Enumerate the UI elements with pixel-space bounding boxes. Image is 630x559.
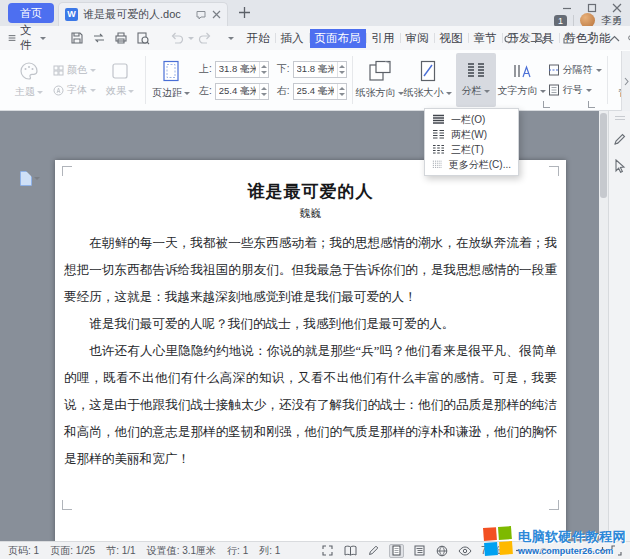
- tab-view[interactable]: 视图: [435, 29, 468, 48]
- effects-button[interactable]: 效果: [100, 53, 140, 107]
- comment-icon[interactable]: [195, 9, 207, 21]
- margin-right-field[interactable]: [293, 83, 347, 100]
- toolbar-grip-icon: [615, 116, 625, 120]
- tab-page-layout[interactable]: 页面布局: [310, 29, 366, 48]
- dialog-launcher-icon[interactable]: [543, 101, 550, 108]
- print-icon[interactable]: [114, 31, 128, 45]
- tab-references[interactable]: 引用: [367, 29, 400, 48]
- vertical-scrollbar[interactable]: [599, 111, 608, 541]
- site-url: www.computer26.com: [518, 546, 626, 556]
- book-view-icon[interactable]: [343, 544, 358, 558]
- document-title: 谁是最可爱的人: [55, 180, 566, 203]
- status-setting-value: 设置值: 3.1厘米: [147, 544, 216, 558]
- redo-icon[interactable]: [198, 32, 212, 44]
- save-icon[interactable]: [70, 31, 84, 45]
- menubar-right-icons: [504, 26, 620, 50]
- notification-badge[interactable]: 1: [554, 15, 567, 27]
- upload-share-icon[interactable]: [562, 32, 575, 45]
- site-name: 电脑软硬件教程网: [518, 528, 626, 546]
- tab-start[interactable]: 开始: [242, 29, 275, 48]
- paragraph-doc-icon[interactable]: [20, 171, 40, 186]
- file-menu[interactable]: 文件: [8, 23, 46, 53]
- toolbar-more-caret-icon[interactable]: [228, 37, 234, 40]
- paragraph: 在朝鲜的每一天，我都被一些东西感动着；我的思想感情的潮水，在放纵奔流着；我想把一…: [64, 230, 557, 311]
- margin-left-field[interactable]: [215, 83, 269, 100]
- stepper-icon[interactable]: [337, 84, 345, 99]
- ribbon: 主题 颜色 字体 效果 页边距 上: 下: 左: [0, 50, 630, 111]
- line-numbers-icon: [548, 84, 560, 96]
- margin-left-label: 左:: [199, 84, 212, 98]
- minimize-icon[interactable]: [562, 3, 572, 13]
- edit-pen-icon[interactable]: [613, 133, 626, 146]
- output-convert-icon[interactable]: [92, 31, 106, 45]
- breaks-icon: [548, 64, 560, 76]
- paper-size-button[interactable]: 纸张大小: [406, 53, 450, 107]
- page-view-icon[interactable]: [389, 544, 404, 558]
- outline-view-icon[interactable]: [412, 544, 427, 558]
- write-mode-icon[interactable]: [366, 544, 381, 558]
- stepper-icon[interactable]: [259, 84, 267, 99]
- stepper-icon[interactable]: [337, 62, 345, 77]
- side-toolbar: [608, 111, 630, 541]
- ribbon-scroll-right[interactable]: [621, 51, 630, 111]
- scrollbar-thumb[interactable]: [600, 113, 607, 198]
- stepper-icon[interactable]: [259, 62, 267, 77]
- text-direction-button[interactable]: 文字方向: [500, 53, 544, 107]
- menu-item-three-columns[interactable]: 三栏(T): [425, 142, 518, 157]
- fonts-button[interactable]: 字体: [53, 83, 96, 97]
- close-window-icon[interactable]: [612, 3, 622, 13]
- menu-item-two-columns[interactable]: 两栏(W): [425, 127, 518, 142]
- more-kebab-icon[interactable]: [590, 31, 594, 45]
- fullscreen-icon[interactable]: [320, 544, 335, 558]
- document-canvas: 谁是最可爱的人 魏巍 在朝鲜的每一天，我都被一些东西感动着；我的思想感情的潮水，…: [0, 111, 630, 541]
- site-logo-icon: [483, 526, 514, 557]
- margin-top-field[interactable]: [215, 61, 269, 78]
- maximize-icon[interactable]: [587, 3, 597, 13]
- line-numbers-button[interactable]: 行号: [548, 83, 602, 97]
- margin-mark-icon: [62, 500, 72, 510]
- document-tab-title: 谁是最可爱的人.doc: [83, 7, 190, 22]
- margin-bottom-label: 下:: [277, 62, 290, 76]
- theme-button[interactable]: 主题: [9, 53, 49, 107]
- tab-review[interactable]: 审阅: [401, 29, 434, 48]
- margins-group: 页边距 上: 下: 左: 右:: [148, 53, 350, 107]
- menubar: 文件 开始 插入 页面布局 引用 审阅 视图 章节 开发工具 特色功能 查找: [0, 26, 630, 50]
- select-cursor-icon[interactable]: [614, 159, 626, 173]
- menu-item-one-column[interactable]: 一栏(O): [425, 112, 518, 127]
- margin-bottom-field[interactable]: [293, 61, 347, 78]
- margins-page-icon: [162, 60, 180, 82]
- breaks-button[interactable]: 分隔符: [548, 63, 602, 77]
- menu-item-more-columns[interactable]: 更多分栏(C)...: [425, 157, 518, 172]
- margin-right-label: 右:: [277, 84, 290, 98]
- columns-icon: [466, 62, 486, 80]
- margins-button[interactable]: 页边距: [151, 53, 191, 107]
- home-tab[interactable]: 首页: [8, 3, 54, 23]
- paper-size-icon: [419, 60, 437, 82]
- tab-section[interactable]: 章节: [469, 29, 502, 48]
- dialog-launcher-icon[interactable]: [588, 101, 595, 108]
- columns-dropdown-menu: 一栏(O) 两栏(W) 三栏(T) 更多分栏(C)...: [424, 108, 519, 176]
- web-view-icon[interactable]: [435, 544, 450, 558]
- collapse-ribbon-icon[interactable]: [609, 35, 620, 42]
- document-tab[interactable]: W 谁是最可爱的人.doc: [58, 2, 228, 26]
- one-column-icon: [432, 114, 445, 125]
- document-body[interactable]: 在朝鲜的每一天，我都被一些东西感动着；我的思想感情的潮水，在放纵奔流着；我想把一…: [64, 230, 557, 473]
- paper-orientation-button[interactable]: 纸张方向: [358, 53, 402, 107]
- eye-protect-icon[interactable]: [458, 544, 473, 558]
- document-page[interactable]: 谁是最可爱的人 魏巍 在朝鲜的每一天，我都被一些东西感动着；我的思想感情的潮水，…: [55, 160, 566, 541]
- tab-insert[interactable]: 插入: [276, 29, 309, 48]
- new-tab-icon[interactable]: [238, 6, 251, 19]
- undo-icon[interactable]: [170, 32, 184, 44]
- share-user-icon[interactable]: [534, 32, 547, 45]
- text-direction-icon: [512, 62, 532, 80]
- columns-button[interactable]: 分栏: [456, 53, 496, 107]
- paragraph: 谁是我们最可爱的人呢？我们的战士，我感到他们是最可爱的人。: [64, 311, 557, 338]
- hamburger-icon: [8, 33, 16, 43]
- undo-caret-icon[interactable]: [188, 37, 194, 40]
- cloud-sync-icon[interactable]: [504, 32, 519, 44]
- effects-box-icon: [111, 62, 129, 80]
- colors-button[interactable]: 颜色: [53, 63, 96, 77]
- close-tab-icon[interactable]: [212, 10, 221, 19]
- print-preview-icon[interactable]: [136, 31, 150, 45]
- margin-mark-icon: [549, 500, 559, 510]
